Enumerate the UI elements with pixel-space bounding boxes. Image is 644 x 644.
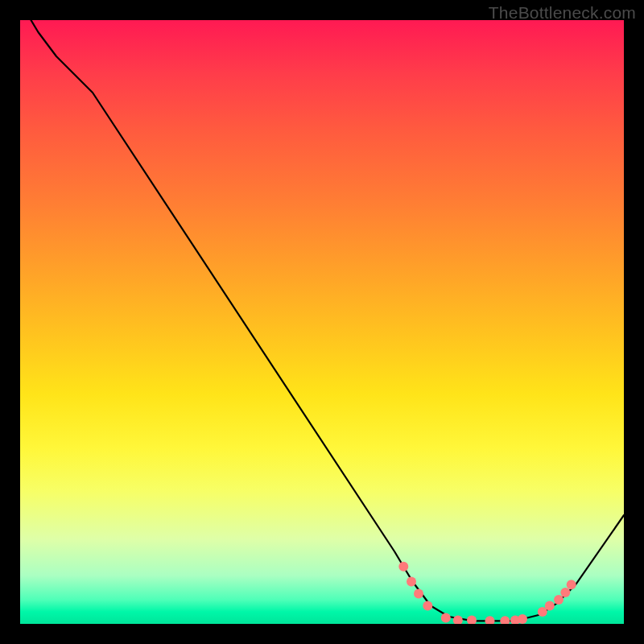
curve-line: [20, 20, 624, 621]
plot-area: [20, 20, 624, 624]
data-dot: [518, 614, 527, 624]
data-dot: [441, 613, 451, 623]
data-dot: [485, 616, 495, 624]
data-dot: [414, 589, 423, 599]
data-dots: [398, 562, 576, 624]
data-dot: [510, 616, 520, 625]
data-dot: [423, 601, 432, 611]
data-dot: [467, 616, 477, 625]
data-dot: [567, 580, 576, 589]
chart-stage: TheBottleneck.com: [0, 0, 644, 644]
data-dot: [453, 616, 463, 625]
data-dot: [554, 595, 564, 605]
data-dot: [545, 601, 555, 611]
data-dot: [407, 577, 416, 587]
data-dot: [398, 562, 408, 572]
data-dot: [500, 616, 510, 624]
data-dot: [560, 588, 570, 597]
chart-svg: [20, 20, 624, 624]
data-dot: [538, 607, 547, 617]
